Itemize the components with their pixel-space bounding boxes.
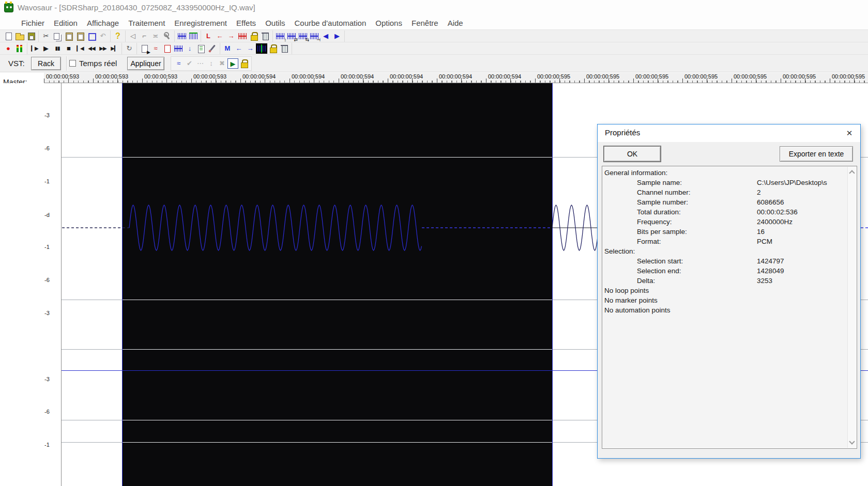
menu-item[interactable]: Fenêtre xyxy=(407,17,443,29)
properties-dialog: Propriétés ✕ OK Exporter en texte Genera… xyxy=(597,124,861,459)
property-row: Selection end: 1428049 xyxy=(604,267,845,277)
property-row: Bits per sample: 16 xyxy=(604,228,845,238)
audio-device-icon[interactable]: ◁ xyxy=(127,31,139,41)
undo-icon[interactable]: ↶ xyxy=(97,31,109,41)
draw-tool-icon[interactable] xyxy=(207,43,218,54)
menu-item[interactable]: Traitement xyxy=(124,17,170,29)
insert-audio-icon[interactable]: ▶ xyxy=(139,43,150,54)
zoom-vertical-icon[interactable]: ⊣ xyxy=(309,31,320,41)
zoom-selection-left-icon[interactable]: ⇆ xyxy=(297,31,309,41)
statistics-icon[interactable]: ≈ xyxy=(150,43,161,54)
scroll-right-icon[interactable]: ▶ xyxy=(331,31,343,41)
properties-list: General information: Sample name: C:\Use… xyxy=(602,166,857,449)
lock-automation-icon[interactable] xyxy=(238,58,249,69)
toolbar-group-loop: L←→ xyxy=(201,30,273,42)
trim-selection-icon[interactable] xyxy=(86,31,97,41)
menu-item[interactable]: Courbe d'automation xyxy=(290,17,371,29)
crop-selection-icon[interactable] xyxy=(188,31,199,41)
go-end-icon[interactable]: ▶▎ xyxy=(109,43,120,54)
dialog-title-bar[interactable]: Propriétés ✕ xyxy=(598,124,860,142)
loop-point-icon[interactable]: L xyxy=(203,31,214,41)
db-scale-label: -1 xyxy=(44,178,59,184)
property-row: Channel number: 2 xyxy=(604,189,845,198)
scroll-left-icon[interactable]: ◀ xyxy=(320,31,331,41)
property-row: General information: xyxy=(604,169,845,179)
dialog-title: Propriétés xyxy=(605,128,640,137)
close-icon[interactable]: ✕ xyxy=(839,124,860,142)
dialog-scrollbar[interactable] xyxy=(847,167,856,448)
go-start-icon[interactable]: ▎◀ xyxy=(74,43,86,54)
property-row: Format: PCM xyxy=(604,238,845,247)
marker-next-icon[interactable]: → xyxy=(245,43,256,54)
toolbar-main: ✂↶ ? ◁⌐≍ L←→ ↕⇄⇆⊣◀▶ xyxy=(0,30,868,42)
property-row: No automation points xyxy=(604,306,845,316)
toolbar-group-markers: M←→ xyxy=(220,43,292,54)
automation-points-icon[interactable]: ⋯ xyxy=(195,58,206,69)
loop-selection-icon[interactable] xyxy=(237,31,248,41)
batch-list-icon[interactable] xyxy=(195,43,207,54)
routing-icon[interactable]: ⌐ xyxy=(139,31,150,41)
stop-icon[interactable]: ■ xyxy=(63,43,74,54)
zoom-in-horizontal-icon[interactable]: ↕ xyxy=(275,31,286,41)
loop-playback-icon[interactable]: ↻ xyxy=(124,43,135,54)
loop-start-icon[interactable]: ← xyxy=(214,31,225,41)
marker-icon[interactable]: M xyxy=(222,43,233,54)
property-row: Delta: 3253 xyxy=(604,277,845,287)
preview-play-icon[interactable]: ▶ xyxy=(227,58,238,69)
ok-button[interactable]: OK xyxy=(604,146,661,162)
zoom-selection-icon[interactable] xyxy=(176,31,188,41)
help-icon[interactable]: ? xyxy=(112,31,124,41)
vst-bar: VST: Rack Temps réel Appliquer ≈✔⋯↕✖▶ xyxy=(0,55,868,72)
menu-item[interactable]: Options xyxy=(371,17,407,29)
zoom-out-horizontal-icon[interactable]: ⇄ xyxy=(286,31,297,41)
io-config-icon[interactable]: ≍ xyxy=(150,31,161,41)
property-row: Selection: xyxy=(604,247,845,257)
marker-at-cursor-icon[interactable] xyxy=(256,43,267,54)
db-scale-label: -3 xyxy=(44,310,59,316)
delete-loop-icon[interactable] xyxy=(260,31,271,41)
property-row: No loop points xyxy=(604,287,845,296)
menu-item[interactable]: Enregistrement xyxy=(170,17,232,29)
toolbar-group-zoom: ↕⇄⇆⊣◀▶ xyxy=(273,30,345,42)
toolbar-group-audio-config: ◁⌐≍ xyxy=(126,30,175,42)
automation-curve-icon[interactable]: ≈ xyxy=(173,58,184,69)
vst-apply-button[interactable]: Appliquer xyxy=(127,57,164,70)
db-scale-label: -1 xyxy=(44,244,59,250)
resample-icon[interactable]: ↓ xyxy=(184,43,195,54)
scroll-down-icon[interactable] xyxy=(849,438,855,444)
property-row: Selection start: 1424797 xyxy=(604,257,845,267)
ruler-major-ticks xyxy=(44,79,868,83)
db-scale-label: -3 xyxy=(44,112,59,118)
automation-toolbar: ≈✔⋯↕✖▶ xyxy=(171,56,252,71)
menu-item[interactable]: Aide xyxy=(443,17,468,29)
lock-loop-icon[interactable] xyxy=(248,31,260,41)
forward-icon[interactable]: ▶▶ xyxy=(97,43,109,54)
menu-item[interactable]: Effets xyxy=(232,17,261,29)
toolbar-group-help: ? xyxy=(111,30,126,42)
rewind-icon[interactable]: ◀◀ xyxy=(86,43,97,54)
marker-previous-icon[interactable]: ← xyxy=(233,43,245,54)
close-file-icon[interactable] xyxy=(161,43,173,54)
apply-automation-icon[interactable]: ✔ xyxy=(184,58,195,69)
realtime-label: Temps réel xyxy=(79,59,117,68)
delete-automation-icon[interactable]: ✖ xyxy=(217,58,227,69)
wavosaur-window: Wavosaur - [SDRSharp_20180430_072508Z_43… xyxy=(0,0,868,486)
scroll-up-icon[interactable] xyxy=(849,170,855,176)
menu-item[interactable]: Outils xyxy=(261,17,290,29)
scale-vertical-icon[interactable]: ↕ xyxy=(206,58,217,69)
menu-items: FichierEditionAffichageTraitementEnregis… xyxy=(17,15,468,30)
title-bar[interactable]: Wavosaur - [SDRSharp_20180430_072508Z_43… xyxy=(0,0,868,15)
export-text-button[interactable]: Exporter en texte xyxy=(780,146,853,162)
loop-end-icon[interactable]: → xyxy=(225,31,237,41)
db-scale-label: -6 xyxy=(44,277,59,283)
paste-special-icon[interactable] xyxy=(74,31,86,41)
db-scale-label: -1 xyxy=(44,442,59,448)
realtime-checkbox[interactable] xyxy=(69,60,76,67)
frequency-analysis-icon[interactable] xyxy=(173,43,184,54)
time-ruler[interactable]: 00:00:00:59300:00:00:59300:00:00:59300:0… xyxy=(44,73,868,83)
paste-icon[interactable] xyxy=(63,31,74,41)
options-wrench-icon[interactable] xyxy=(161,31,173,41)
lock-markers-icon[interactable] xyxy=(267,43,279,54)
menu-item[interactable]: Affichage xyxy=(82,17,124,29)
delete-markers-icon[interactable] xyxy=(279,43,290,54)
